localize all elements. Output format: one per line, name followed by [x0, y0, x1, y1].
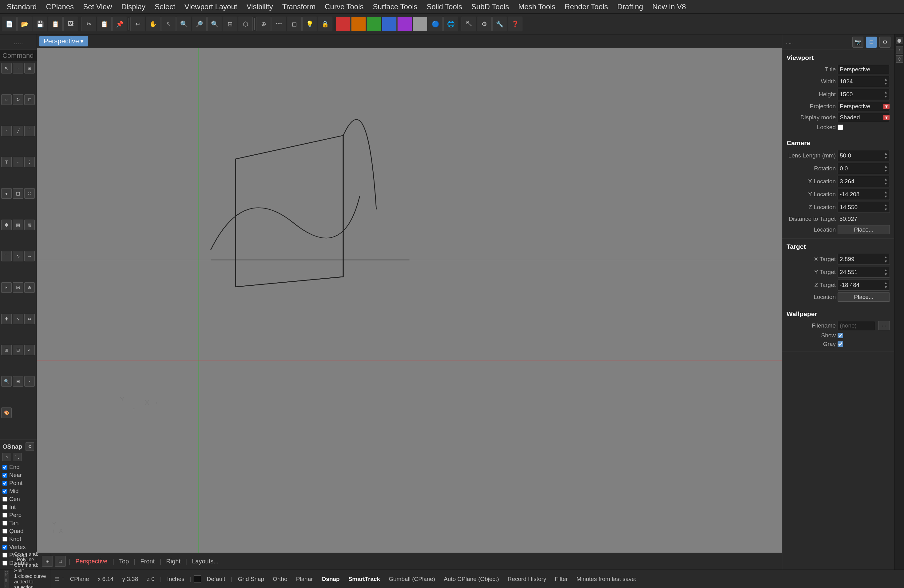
rotation-spinner[interactable]: ▲▼ [884, 164, 888, 173]
osnap-settings[interactable]: ⚙ [25, 442, 34, 451]
tool-offset[interactable]: ⇥ [24, 251, 35, 261]
tool-hatch[interactable]: ⋮ [24, 157, 35, 167]
status-cplane[interactable]: CPlane [67, 574, 92, 584]
toolbar-snap[interactable]: ⊕ [256, 17, 271, 32]
toolbar-cut[interactable]: ✂ [82, 17, 96, 32]
osnap-check-project[interactable] [2, 553, 7, 558]
viewport-canvas[interactable]: Y ↑ X → Y ↑ X → [37, 48, 782, 553]
toolbar-saveas[interactable]: 📋 [48, 17, 63, 32]
tool-scale[interactable]: ⤡ [13, 314, 24, 324]
toolbar-color2[interactable] [351, 17, 366, 32]
toolbar-tool2[interactable]: ⚙ [477, 17, 492, 32]
osnap-check-mid[interactable] [2, 488, 7, 493]
osnap-icon-filter[interactable]: ⋱ [13, 453, 22, 461]
toolbar-color1[interactable] [336, 17, 351, 32]
toolbar-zoom-all[interactable]: ⊞ [223, 17, 237, 32]
zloc-spinner[interactable]: ▲▼ [884, 203, 888, 212]
xloc-spinner[interactable]: ▲▼ [884, 177, 888, 186]
tool-trim[interactable]: ✂ [1, 282, 12, 293]
toolbar-pan[interactable]: ✋ [146, 17, 161, 32]
tool-boolean[interactable]: ⊕ [24, 282, 35, 293]
strip-btn-1[interactable]: ⬤ [896, 37, 903, 44]
tool-group[interactable]: ⊟ [13, 345, 24, 355]
prop-btn-filename-browse[interactable]: ··· [878, 321, 890, 330]
tool-paint[interactable]: 🎨 [1, 408, 12, 418]
tool-analysis[interactable]: 🔍 [1, 376, 12, 387]
tool-mesh3[interactable]: ▧ [24, 220, 35, 230]
vp-tab-top[interactable]: Top [115, 556, 133, 566]
tool-rotate[interactable]: ↻ [13, 95, 24, 105]
osnap-check-tan[interactable] [2, 521, 7, 526]
tool-select-arrow[interactable]: ↖ [1, 63, 12, 74]
tool-point[interactable]: · [13, 63, 24, 74]
toolbar-color5[interactable] [397, 17, 412, 32]
menu-subd-tools[interactable]: SubD Tools [467, 1, 513, 12]
display-mode-dropdown-arrow[interactable]: ▼ [883, 115, 890, 120]
prop-value-rotation[interactable]: 0.0 ▲▼ [838, 163, 890, 174]
toolbar-lock[interactable]: 🔒 [318, 17, 332, 32]
prop-value-zloc[interactable]: 14.550 ▲▼ [838, 202, 890, 213]
toolbar-zoom[interactable]: 🔍 [177, 17, 191, 32]
prop-value-lens[interactable]: 50.0 ▲▼ [838, 150, 890, 161]
prop-value-display-mode[interactable]: Shaded ▼ [838, 113, 890, 122]
tool-grid[interactable]: ⊞ [13, 376, 24, 387]
prop-value-ytarget[interactable]: 24.551 ▲▼ [838, 267, 890, 278]
tool-arc[interactable]: ◜ [1, 126, 12, 136]
osnap-check-int[interactable] [2, 505, 7, 510]
tool-mirror[interactable]: ⇔ [24, 314, 35, 324]
status-ortho[interactable]: Ortho [270, 574, 291, 584]
menu-mesh-tools[interactable]: Mesh Tools [514, 1, 559, 12]
osnap-check-quad[interactable] [2, 529, 7, 534]
status-gumball[interactable]: Gumball (CPlane) [386, 574, 438, 584]
toolbar-wireframe[interactable]: ⬡ [238, 17, 253, 32]
osnap-check-point[interactable] [2, 481, 7, 485]
menu-solid-tools[interactable]: Solid Tools [422, 1, 466, 12]
tool-multiselect[interactable]: ⊞ [24, 63, 35, 74]
menu-viewport-layout[interactable]: Viewport Layout [180, 1, 242, 12]
prop-value-filename[interactable]: (none) [838, 321, 875, 330]
tool-line[interactable]: ╱ [13, 126, 24, 136]
rp-camera-tab[interactable]: 📷 [852, 36, 863, 47]
ytarget-spinner[interactable]: ▲▼ [884, 268, 888, 277]
prop-btn-cam-place[interactable]: Place... [838, 225, 890, 234]
prop-value-title[interactable]: Perspective [838, 65, 890, 74]
rp-props-tab[interactable]: □ [866, 36, 877, 47]
prop-value-xtarget[interactable]: 2.899 ▲▼ [838, 254, 890, 265]
projection-dropdown-arrow[interactable]: ▼ [883, 104, 890, 109]
prop-checkbox-locked[interactable] [838, 125, 843, 130]
menu-visibility[interactable]: Visibility [242, 1, 277, 12]
menu-curve-tools[interactable]: Curve Tools [321, 1, 368, 12]
menu-render-tools[interactable]: Render Tools [560, 1, 612, 12]
strip-btn-2[interactable]: ▪ [896, 46, 903, 54]
toolbar-light[interactable]: 💡 [302, 17, 317, 32]
toolbar-color3[interactable] [367, 17, 381, 32]
prop-value-ztarget[interactable]: -18.484 ▲▼ [838, 280, 890, 291]
tool-blend[interactable]: ∿ [13, 251, 24, 261]
toolbar-color4[interactable] [382, 17, 397, 32]
vp-tab-right[interactable]: Right [162, 556, 184, 566]
tool-box[interactable]: ◫ [13, 188, 24, 199]
vp-single-icon[interactable]: □ [55, 556, 66, 567]
prop-checkbox-gray[interactable] [838, 341, 843, 347]
status-units[interactable]: Inches [164, 574, 188, 584]
toolbar-paste[interactable]: 📌 [112, 17, 127, 32]
prop-checkbox-show[interactable] [838, 333, 843, 338]
toolbar-zoom-out[interactable]: 🔍 [207, 17, 222, 32]
ztarget-spinner[interactable]: ▲▼ [884, 281, 888, 289]
toolbar-help[interactable]: ❓ [508, 17, 522, 32]
osnap-check-end[interactable] [2, 465, 7, 469]
toolbar-color6[interactable] [412, 17, 427, 32]
menu-new-in-v8[interactable]: New in V8 [648, 1, 690, 12]
viewport-tab-perspective[interactable]: Perspective ▾ [40, 36, 88, 46]
tool-mesh2[interactable]: ▦ [13, 220, 24, 230]
toolbar-copy[interactable]: 📋 [97, 17, 112, 32]
osnap-check-disable[interactable] [2, 561, 7, 566]
menu-standard[interactable]: Standard [2, 1, 41, 12]
lens-spinner[interactable]: ▲▼ [884, 151, 888, 160]
status-filter[interactable]: Filter [552, 574, 571, 584]
rp-settings-tab[interactable]: ⚙ [879, 36, 890, 47]
toolbar-select[interactable]: ↖ [161, 17, 176, 32]
width-spinner[interactable]: ▲▼ [884, 77, 888, 86]
toolbar-render[interactable]: 🖼 [63, 17, 78, 32]
prop-value-projection[interactable]: Perspective ▼ [838, 102, 890, 111]
